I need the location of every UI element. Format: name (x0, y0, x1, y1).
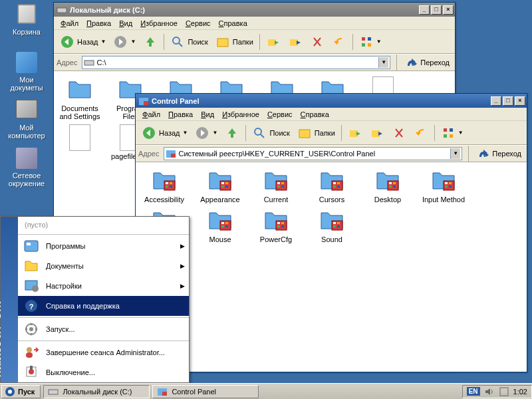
file-item[interactable]: Desktop (364, 168, 411, 203)
menu-view[interactable]: Вид (197, 109, 218, 120)
file-item[interactable]: Appearance (197, 168, 243, 203)
undo-button[interactable] (410, 124, 432, 142)
svg-rect-72 (281, 225, 284, 227)
menu-help[interactable]: Справка (215, 18, 251, 29)
submenu-arrow-icon: ▶ (180, 263, 185, 269)
dropdown-button[interactable]: ▼ (378, 57, 388, 68)
titlebar[interactable]: Control Panel _ □ × (136, 94, 527, 108)
menu-file[interactable]: Файл (138, 109, 164, 120)
desktop-icon-network[interactable]: Сетевое окружение (5, 148, 48, 188)
address-input[interactable] (97, 59, 379, 66)
menu-tools[interactable]: Сервис (263, 109, 297, 120)
moveto-button[interactable] (344, 124, 366, 142)
content-area[interactable]: AccessibilityAppearanceCurrentCursorsDes… (136, 162, 527, 372)
clock[interactable]: 1:02 (513, 388, 527, 396)
menu-edit[interactable]: Правка (164, 109, 197, 120)
start-menu-item[interactable]: Завершение сеанса Administrator... (18, 342, 189, 362)
desktop-icon-mycomputer[interactable]: Мой компьютер (5, 100, 48, 140)
menu-favorites[interactable]: Избранное (218, 109, 263, 120)
svg-rect-25 (450, 134, 453, 138)
maximize-button[interactable]: □ (503, 96, 513, 106)
close-button[interactable]: × (515, 96, 525, 106)
language-indicator[interactable]: EN (467, 387, 480, 396)
file-item[interactable] (59, 124, 100, 160)
maximize-button[interactable]: □ (431, 5, 442, 15)
moveto-button[interactable] (263, 33, 284, 51)
forward-button[interactable]: ▼ (110, 33, 139, 51)
toolbar: Назад▼ ▼ Поиск Папки ▼ (54, 30, 455, 54)
icon-label: Мои докуметы (5, 76, 48, 92)
up-button[interactable] (221, 124, 243, 142)
volume-icon[interactable] (484, 386, 495, 397)
go-button[interactable]: Переход (403, 55, 452, 70)
copyto-button[interactable] (285, 33, 306, 51)
menu-edit[interactable]: Правка (82, 18, 115, 29)
menu-item-icon (23, 278, 39, 294)
address-combo[interactable]: ▼ (82, 56, 391, 69)
file-item[interactable]: Mouse (197, 207, 243, 243)
taskbar-item[interactable]: Control Panel (152, 385, 259, 398)
views-button[interactable]: ▼ (356, 33, 385, 51)
svg-rect-19 (299, 130, 310, 138)
views-button[interactable]: ▼ (438, 124, 467, 142)
file-item[interactable]: Documents and Settings (59, 76, 100, 120)
svg-rect-10 (362, 43, 365, 47)
file-item[interactable]: Cursors (309, 168, 355, 203)
taskbar-item[interactable]: Локальный диск (C:) (43, 385, 150, 398)
back-button[interactable]: Назад▼ (57, 33, 109, 51)
desktop-icon-trash[interactable]: Корзина (5, 4, 48, 36)
file-item[interactable]: Current (253, 168, 299, 203)
go-button[interactable]: Переход (475, 146, 524, 161)
address-input[interactable] (179, 150, 451, 158)
file-item[interactable]: Accessibility (141, 168, 188, 203)
svg-rect-44 (333, 182, 336, 184)
copyto-button[interactable] (366, 124, 388, 142)
regkey-folder-icon (207, 168, 233, 194)
folders-button[interactable]: Папки (212, 33, 257, 51)
item-label: PowerCfg (253, 235, 299, 243)
menu-file[interactable]: Файл (57, 18, 82, 29)
svg-point-89 (29, 369, 34, 374)
close-button[interactable]: × (443, 5, 454, 15)
address-combo[interactable]: ▼ (164, 147, 463, 160)
forward-button[interactable]: ▼ (192, 124, 221, 142)
svg-rect-57 (449, 186, 452, 188)
tray-icon[interactable] (499, 386, 509, 397)
undo-button[interactable] (329, 33, 350, 51)
minimize-button[interactable]: _ (491, 96, 501, 106)
desktop-icon-mydocs[interactable]: Мои докуметы (5, 52, 48, 92)
explorer-window-control-panel[interactable]: Control Panel _ □ × Файл Правка Вид Избр… (135, 93, 527, 372)
file-item[interactable]: Input Method (420, 168, 467, 203)
taskbar: Пуск Локальный диск (C:) Control Panel E… (0, 383, 532, 399)
search-button[interactable]: Поиск (167, 33, 211, 51)
up-button[interactable] (140, 33, 161, 51)
start-menu-item[interactable]: ?Справка и поддержка (18, 296, 189, 316)
start-menu-item[interactable]: Документы▶ (18, 256, 189, 276)
folders-button[interactable]: Папки (294, 124, 338, 142)
start-menu-item[interactable]: Запуск... (18, 319, 189, 339)
start-menu-item[interactable]: Настройки▶ (18, 276, 189, 296)
delete-button[interactable] (307, 33, 328, 51)
svg-rect-23 (450, 128, 453, 132)
delete-button[interactable] (388, 124, 410, 142)
menu-view[interactable]: Вид (115, 18, 136, 29)
file-item[interactable]: Sound (309, 207, 355, 243)
regkey-folder-icon (263, 168, 289, 194)
dropdown-button[interactable]: ▼ (450, 148, 460, 159)
regkey-folder-icon (207, 207, 233, 234)
folder-icon (16, 52, 37, 73)
toolbar: Назад▼ ▼ Поиск Папки ▼ (136, 121, 527, 145)
minimize-button[interactable]: _ (419, 5, 430, 15)
back-button[interactable]: Назад▼ (138, 124, 191, 142)
start-button[interactable]: Пуск (1, 385, 41, 398)
separator (396, 55, 397, 70)
menu-tools[interactable]: Сервис (182, 18, 215, 29)
file-item[interactable]: PowerCfg (253, 207, 299, 243)
search-button[interactable]: Поиск (249, 124, 293, 142)
start-menu-item[interactable]: Программы▶ (18, 236, 189, 256)
titlebar[interactable]: Локальный диск (C:) _ □ × (54, 3, 455, 17)
regkey-folder-icon (151, 168, 178, 194)
start-menu-item[interactable]: Выключение... (18, 362, 189, 382)
menu-help[interactable]: Справка (297, 109, 333, 120)
menu-favorites[interactable]: Избранное (136, 18, 182, 29)
